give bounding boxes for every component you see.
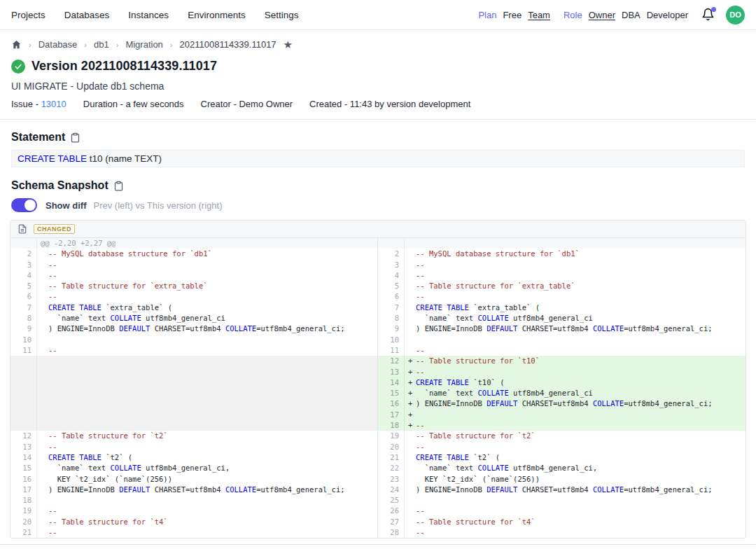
statement-heading: Statement — [11, 131, 65, 144]
statement-section: Statement — [11, 131, 745, 144]
version-header: Version 20211008114339.11017 — [11, 59, 745, 74]
nav-label-free: Free — [503, 10, 522, 20]
diff-rows[interactable]: @@ -2,20 +2,27 @@2 -- MySQL database str… — [10, 238, 746, 538]
copy-snapshot-icon[interactable] — [113, 181, 124, 191]
breadcrumb-item[interactable]: Database — [38, 39, 78, 50]
star-icon[interactable]: ★ — [284, 39, 293, 50]
diff-row: 18 25 — [10, 495, 746, 506]
chevron-right-icon: › — [84, 41, 87, 49]
diff-row: 12 -- Table structure for `t2`19 -- Tabl… — [10, 431, 746, 441]
meta-row: Issue - 13010Duration - a few secondsCre… — [11, 99, 745, 109]
section-divider — [0, 119, 756, 120]
file-icon — [18, 224, 27, 234]
nav-right-labels: PlanFreeTeamRoleOwnerDBADeveloper — [478, 10, 688, 20]
nav-right: PlanFreeTeamRoleOwnerDBADeveloper DO — [478, 6, 745, 25]
chevron-right-icon: › — [116, 41, 119, 49]
page-title: Version 20211008114339.11017 — [31, 59, 217, 74]
show-diff-hint: Prev (left) vs This version (right) — [94, 200, 223, 211]
success-check-icon — [11, 60, 25, 74]
diff-row: 20 -- Table structure for `t4`27 -- Tabl… — [10, 517, 746, 527]
diff-row: 3 --3 -- — [10, 260, 746, 270]
nav-label-dba: DBA — [622, 10, 640, 20]
diff-row: 7 CREATE TABLE `extra_table` (7 CREATE T… — [10, 303, 746, 313]
meta-item: Created - 11:43 by version development — [309, 99, 470, 109]
diff-row: 9 ) ENGINE=InnoDB DEFAULT CHARSET=utf8mb… — [10, 324, 746, 334]
top-nav: ProjectsDatabasesInstancesEnvironmentsSe… — [0, 0, 756, 30]
diff-row: 6 --6 -- — [10, 291, 746, 302]
chevron-right-icon: › — [29, 41, 31, 49]
meta-item: Creator - Demo Owner — [201, 99, 293, 109]
diff-row: 17 ) ENGINE=InnoDB DEFAULT CHARSET=utf8m… — [10, 485, 746, 495]
diff-row: 14+CREATE TABLE `t10` ( — [10, 377, 746, 388]
breadcrumb-item[interactable]: 20211008114339.11017 — [180, 39, 276, 50]
breadcrumb-item[interactable]: Migration — [125, 39, 162, 50]
schema-snapshot-heading: Schema Snapshot — [11, 179, 108, 192]
nav-label-plan: Plan — [478, 10, 496, 20]
home-icon[interactable] — [11, 39, 22, 50]
diff-row: 15+ `name` text COLLATE utf8mb4_general_… — [10, 388, 746, 398]
notification-dot — [711, 7, 716, 12]
diff-row: 2 -- MySQL database structure for `db1`2… — [10, 249, 746, 259]
issue-link[interactable]: 13010 — [41, 99, 66, 109]
avatar[interactable]: DO — [726, 6, 745, 25]
nav-item-projects[interactable]: Projects — [11, 10, 46, 20]
changed-badge: CHANGED — [34, 224, 75, 234]
nav-label-developer: Developer — [647, 10, 688, 20]
meta-item: Issue - 13010 — [11, 99, 66, 109]
diff-row: 4 --4 -- — [10, 270, 746, 281]
show-diff-label: Show diff — [46, 200, 87, 211]
toggle-knob — [24, 200, 36, 211]
breadcrumb: ›Database›db1›Migration›20211008114339.1… — [11, 39, 745, 50]
schema-diff-viewer: CHANGED @@ -2,20 +2,27 @@2 -- MySQL data… — [10, 220, 746, 538]
show-diff-toggle[interactable] — [11, 198, 37, 212]
diff-header: CHANGED — [10, 221, 746, 238]
copy-statement-icon[interactable] — [70, 132, 80, 143]
nav-item-settings[interactable]: Settings — [265, 10, 299, 20]
nav-item-environments[interactable]: Environments — [188, 10, 246, 20]
diff-row: 14 CREATE TABLE `t2` (21 CREATE TABLE `t… — [10, 452, 746, 463]
diff-row: 16+) ENGINE=InnoDB DEFAULT CHARSET=utf8m… — [10, 398, 746, 409]
diff-row: 21 --28 -- — [10, 527, 746, 538]
schema-snapshot-section: Schema Snapshot — [11, 179, 745, 192]
diff-row: 19 --26 -- — [10, 506, 746, 516]
diff-row: 5 -- Table structure for `extra_table`5 … — [10, 281, 746, 291]
diff-row: 8 `name` text COLLATE utf8mb4_general_ci… — [10, 313, 746, 324]
breadcrumb-items: ›Database›db1›Migration›20211008114339.1… — [29, 39, 276, 50]
meta-item: Duration - a few seconds — [83, 99, 184, 109]
chevron-right-icon: › — [170, 41, 173, 49]
nav-label-team[interactable]: Team — [528, 10, 550, 20]
notification-bell-icon[interactable] — [701, 8, 715, 22]
breadcrumb-item[interactable]: db1 — [94, 39, 109, 50]
nav-items: ProjectsDatabasesInstancesEnvironmentsSe… — [11, 10, 298, 20]
diff-row: 12+-- Table structure for `t10` — [10, 356, 746, 366]
diff-row: 16 KEY `t2_idx` (`name`(256))23 KEY `t2_… — [10, 474, 746, 485]
diff-row: 13 --20 -- — [10, 442, 746, 452]
diff-row: 10 10 — [10, 335, 746, 345]
migration-subtitle: UI MIGRATE - Update db1 schema — [11, 81, 745, 92]
nav-item-databases[interactable]: Databases — [64, 10, 110, 20]
nav-item-instances[interactable]: Instances — [128, 10, 169, 20]
nav-label-role: Role — [564, 10, 582, 20]
diff-row: 15 `name` text COLLATE utf8mb4_general_c… — [10, 463, 746, 473]
diff-row: 17+ — [10, 410, 746, 420]
diff-row: 13+-- — [10, 367, 746, 377]
statement-sql: CREATE TABLE t10 (name TEXT) — [11, 150, 745, 167]
nav-label-owner[interactable]: Owner — [589, 10, 615, 20]
diff-row: 18+-- — [10, 420, 746, 431]
diff-row: @@ -2,20 +2,27 @@ — [10, 238, 746, 249]
page-bottom-divider — [0, 544, 756, 545]
diff-row: 11 --11 -- — [10, 345, 746, 356]
show-diff-row: Show diff Prev (left) vs This version (r… — [11, 198, 745, 212]
